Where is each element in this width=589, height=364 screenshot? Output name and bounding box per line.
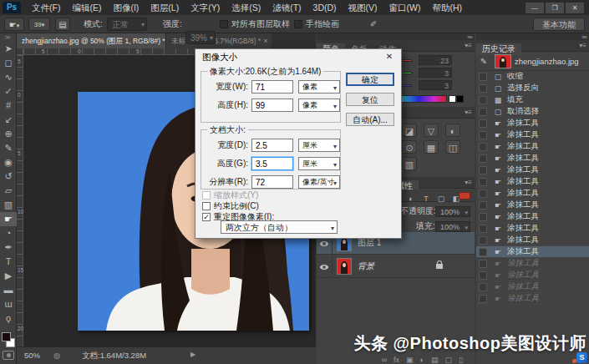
field-input[interactable] [251,80,293,94]
history-item[interactable]: ☛涂抹工具 [476,118,589,129]
history-brush-well[interactable] [479,295,487,303]
vertical-ruler[interactable]: 505101520 [17,55,23,346]
channel-value[interactable]: 3 [419,68,452,78]
history-brush-well[interactable] [479,201,487,210]
menu-item-图层L[interactable]: 图层(L) [145,0,185,15]
collapse-panel-icon[interactable]: »» [581,33,586,41]
dialog-title[interactable]: 图像大小 [195,49,401,64]
ruler-origin-corner[interactable] [17,48,23,55]
menu-item-3DD[interactable]: 3D(D) [307,0,343,15]
collapse-panel-icon[interactable]: »» [467,33,471,41]
zoom-level-field[interactable]: 50% [24,351,40,360]
history-item[interactable]: ☛涂抹工具 [476,270,589,281]
dialog-button-reset[interactable]: 复位 [346,93,394,106]
history-brush-well[interactable] [479,190,487,198]
sample-all-layers-checkbox[interactable]: 对所有图层取样 [220,18,290,31]
layer-thumbnail[interactable] [337,258,352,275]
resample-method-dropdown[interactable]: 两次立方（自动） ▾ [221,220,338,234]
hand-tool[interactable]: ɯ [0,297,17,311]
history-item[interactable]: ☛涂抹工具 [476,141,589,153]
color-balance-adjustment[interactable]: ⊙ [402,140,417,154]
channel-value[interactable]: 3 [419,80,452,90]
history-brush-well[interactable] [479,236,487,245]
fill-dropdown[interactable]: 100% [435,221,470,232]
quick-mask-icon[interactable] [3,351,14,360]
link-layers-icon[interactable]: ∞ [382,354,387,364]
history-brush-well[interactable] [479,213,487,221]
menu-item-文件F[interactable]: 文件(F) [26,0,66,15]
unit-dropdown[interactable]: 厘米▾ [298,157,340,170]
marquee-tool[interactable]: ◻ [0,56,17,70]
type-layer-filter[interactable]: T [420,194,432,204]
exposure-adjustment[interactable]: ◪ [402,124,417,137]
panel-menu-icon[interactable]: ▾≡ [465,42,472,49]
minimize-button[interactable]: — [526,3,544,13]
history-item[interactable]: ▩填充 [476,94,589,106]
history-item[interactable]: ▢取消选择 [476,106,589,118]
history-brush-well[interactable] [479,154,487,163]
field-input[interactable] [251,157,293,170]
document-tab-active[interactable]: zhengjianzhao.jpg @ 50% (图层 1, RGB/8#) *… [17,33,165,48]
layer-group-icon[interactable]: ▤ [431,354,439,364]
eyedropper-tool[interactable]: ↙ [0,113,17,127]
field-input[interactable] [251,99,293,112]
history-item[interactable]: ☛涂抹工具 [476,153,589,164]
unit-dropdown[interactable]: 厘米▾ [298,139,340,152]
foreground-color-swatch[interactable] [2,332,11,341]
dialog-checkbox[interactable]: 约束比例(C) [202,200,259,211]
layer-name[interactable]: 背景 [358,260,374,272]
shape-tool[interactable]: ▬ [0,283,17,297]
dialog-checkbox[interactable]: 缩放样式(Y) [202,190,258,200]
history-brush-well[interactable] [479,283,487,291]
dodge-tool[interactable]: ◔ [0,226,17,240]
dialog-close-icon[interactable]: ✕ [378,49,401,63]
channel-value[interactable]: 23 [419,55,452,65]
clone-stamp-tool[interactable]: ◉ [0,155,17,169]
history-brush-well[interactable] [479,96,487,104]
adjustment-layer-filter[interactable]: ◐ [405,194,417,204]
layer-mask-icon[interactable]: ▣ [406,354,414,364]
history-brush-well[interactable] [479,166,487,174]
panel-menu-icon[interactable]: ▾≡ [465,179,472,186]
zoom-tool[interactable]: ϙ [0,311,17,326]
shape-layer-filter[interactable]: ▢ [435,194,447,204]
strength-dropdown[interactable]: 39% [185,31,216,44]
crop-tool[interactable]: # [0,99,17,113]
field-input[interactable] [251,139,293,152]
layer-name[interactable]: 图层 1 [358,237,381,249]
color-swatches[interactable] [2,332,15,347]
collapse-toolbar-icon[interactable]: ≫ [0,33,16,42]
menu-item-滤镜T[interactable]: 滤镜(T) [267,0,307,15]
history-brush-well[interactable] [479,143,487,151]
menu-item-窗口W[interactable]: 窗口(W) [383,0,427,15]
status-flyout-arrow-icon[interactable]: ▶ [190,351,195,358]
toggle-brush-panel-icon[interactable]: ▤ [55,18,70,31]
history-snapshot-row[interactable]: ✎ zhengjianzhao.jpg [476,52,589,71]
menu-item-选择S[interactable]: 选择(S) [226,0,267,15]
history-brush-well[interactable] [479,119,487,128]
history-brush-well[interactable] [479,248,487,256]
history-item[interactable]: ▢收缩 [476,71,589,83]
history-item[interactable]: ☛涂抹工具 [476,258,589,270]
workspace-switcher-button[interactable]: 基本功能 [533,18,585,31]
history-item[interactable]: ▢选择反向 [476,83,589,94]
brush-size-picker[interactable]: 39▾ [28,18,50,31]
hue-saturation-adjustment[interactable]: ◐ [445,124,460,137]
close-window-button[interactable]: ✕ [566,3,584,13]
menu-item-图像I[interactable]: 图像(I) [107,0,145,15]
black-swatch[interactable] [456,95,464,103]
white-swatch[interactable] [449,95,456,103]
history-item[interactable]: ☛涂抹工具 [476,211,589,223]
history-item[interactable]: ☛涂抹工具 [476,164,589,176]
history-brush-tool[interactable]: ↺ [0,169,17,184]
quick-selection-tool[interactable]: ✓ [0,84,17,99]
history-brush-well[interactable] [479,260,487,268]
history-item[interactable]: ☛涂抹工具 [476,176,589,188]
vibrance-adjustment[interactable]: ▽ [424,124,439,137]
brush-tool[interactable]: ✎ [0,141,17,155]
smudge-tool-preset[interactable]: ☛▾ [4,18,24,31]
close-tab-icon[interactable]: × [263,33,267,48]
history-brush-well[interactable] [479,73,487,81]
mode-dropdown[interactable]: 正常 [107,18,147,31]
history-item[interactable]: ☛涂抹工具 [476,293,589,305]
